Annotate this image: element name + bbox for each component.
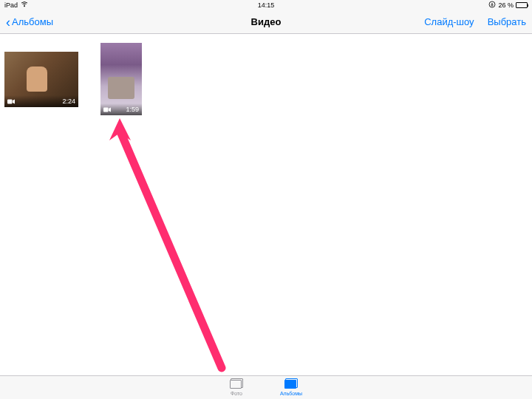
video-camera-icon bbox=[7, 99, 15, 104]
back-label: Альбомы bbox=[12, 16, 53, 27]
video-thumbnail[interactable]: 2:24 bbox=[4, 52, 78, 107]
tab-label: Фото bbox=[231, 391, 242, 396]
svg-rect-3 bbox=[103, 107, 109, 112]
select-button[interactable]: Выбрать bbox=[488, 16, 526, 27]
page-title: Видео bbox=[251, 16, 282, 27]
orientation-lock-icon bbox=[488, 1, 496, 10]
tab-label: Альбомы bbox=[280, 391, 302, 396]
video-duration: 1:59 bbox=[126, 106, 139, 113]
status-time: 14:15 bbox=[258, 1, 275, 9]
video-duration: 2:24 bbox=[62, 98, 75, 105]
wifi-icon bbox=[21, 1, 28, 9]
tab-photos[interactable]: Фото bbox=[230, 380, 243, 396]
tab-albums[interactable]: Альбомы bbox=[280, 380, 302, 396]
albums-icon bbox=[284, 380, 296, 389]
video-camera-icon bbox=[103, 107, 111, 112]
thumbnail-footer: 2:24 bbox=[4, 95, 78, 107]
chevron-left-icon: ‹ bbox=[6, 16, 10, 29]
tab-bar: Фото Альбомы bbox=[0, 375, 532, 399]
thumbnail-footer: 1:59 bbox=[100, 103, 142, 115]
svg-rect-2 bbox=[7, 99, 13, 103]
battery-icon bbox=[516, 2, 528, 8]
device-label: iPad bbox=[4, 1, 18, 9]
battery-percent: 26 % bbox=[498, 1, 514, 9]
status-bar: iPad 14:15 26 % bbox=[0, 0, 532, 10]
slideshow-button[interactable]: Слайд-шоу bbox=[424, 16, 474, 27]
back-button[interactable]: ‹ Альбомы bbox=[6, 16, 53, 29]
video-grid: 2:24 1:59 bbox=[0, 34, 532, 375]
photos-icon bbox=[230, 380, 242, 389]
navigation-bar: ‹ Альбомы Видео Слайд-шоу Выбрать bbox=[0, 10, 532, 34]
svg-point-0 bbox=[24, 5, 25, 7]
video-thumbnail[interactable]: 1:59 bbox=[100, 43, 142, 115]
